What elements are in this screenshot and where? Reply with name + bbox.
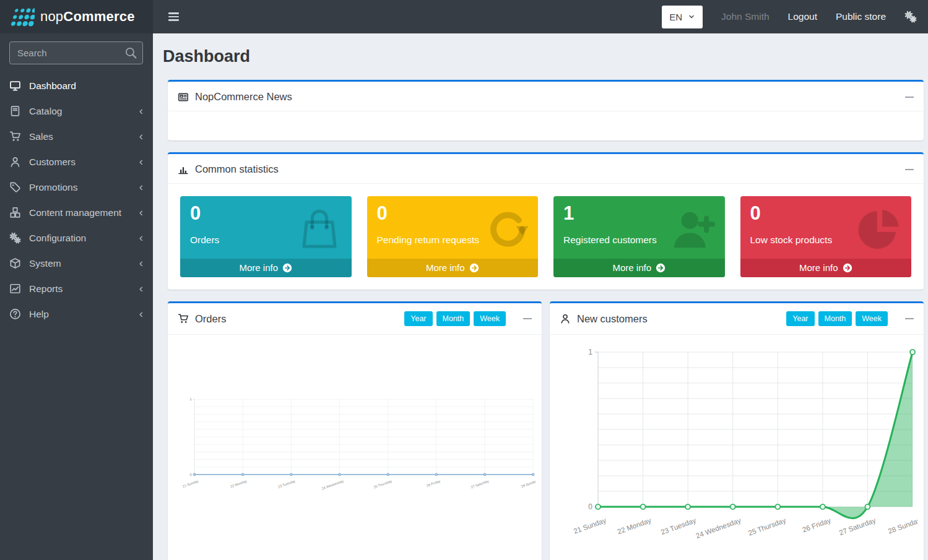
svg-text:0: 0 [189,473,192,476]
language-select[interactable]: EN [662,6,703,28]
stat-cards-row: 0 Orders More info 0 Pending return requ… [168,184,924,290]
pie-chart-icon [856,206,903,253]
main-content: Dashboard NopCommerce News Common statis… [153,33,928,560]
new-customers-year-button[interactable]: Year [786,311,814,326]
user-icon [9,156,21,168]
logout-link[interactable]: Logout [788,11,817,22]
sidebar-item-label: Dashboard [29,80,76,92]
shopping-bag-icon [296,206,343,253]
charts-row: Orders YearMonthWeek 1021 Sunday22 Monda… [168,301,924,560]
sidebar-item-help[interactable]: Help ‹ [0,301,153,327]
sidebar-item-label: Reports [29,283,63,295]
sidebar-item-label: Configuration [29,233,86,244]
chevron-left-icon: ‹ [139,282,143,294]
orders-week-button[interactable]: Week [474,311,506,326]
sidebar-item-promotions[interactable]: Promotions ‹ [0,174,153,200]
brand-logo[interactable]: nopCommerce [0,0,153,33]
arrow-circle-right-icon [656,263,666,273]
svg-text:28 Sunday: 28 Sunday [887,517,917,535]
chevron-left-icon: ‹ [139,308,143,319]
chart-panel-title: Orders [195,313,226,325]
sidebar-item-label: Customers [29,157,76,168]
svg-text:21 Sunday: 21 Sunday [182,479,199,488]
user-icon [560,313,571,324]
orders-year-button[interactable]: Year [404,311,432,326]
svg-text:21 Sunday: 21 Sunday [573,517,607,535]
sidebar-item-reports[interactable]: Reports ‹ [0,276,153,301]
svg-text:1: 1 [588,348,592,356]
statistics-panel: Common statistics 0 Orders More info 0 P… [168,152,924,290]
desktop-icon [9,80,21,92]
svg-text:25 Thursday: 25 Thursday [747,517,787,537]
collapse-icon[interactable] [905,318,914,319]
gears-icon [9,232,21,244]
orders-month-button[interactable]: Month [436,311,471,326]
sidebar-item-catalog[interactable]: Catalog ‹ [0,98,153,124]
collapse-icon[interactable] [523,318,532,319]
sidebar-item-customers[interactable]: Customers ‹ [0,149,153,174]
sidebar-item-label: Help [29,309,49,320]
chevron-down-icon [688,13,695,20]
svg-text:23 Tuesday: 23 Tuesday [660,517,697,536]
chevron-left-icon: ‹ [139,155,143,167]
chevron-left-icon: ‹ [139,181,143,192]
chevron-left-icon: ‹ [139,257,143,269]
news-panel: NopCommerce News [168,80,924,140]
svg-text:26 Friday: 26 Friday [801,517,831,534]
sidebar-item-content-management[interactable]: Content management ‹ [0,200,153,225]
question-icon [9,308,21,320]
news-panel-body [168,111,924,140]
svg-text:22 Monday: 22 Monday [230,479,247,488]
more-info-link[interactable]: More info [553,259,725,277]
search-box [9,41,143,64]
chevron-left-icon: ‹ [139,130,143,142]
more-info-link[interactable]: More info [740,259,912,277]
more-info-link[interactable]: More info [180,259,352,277]
sidebar-toggle-button[interactable] [166,9,181,24]
sidebar-item-system[interactable]: System ‹ [0,251,153,276]
stat-card-orders: 0 Orders More info [180,196,352,277]
chevron-left-icon: ‹ [139,105,143,116]
sidebar-item-label: Content management [29,207,121,218]
more-info-link[interactable]: More info [367,259,539,277]
public-store-link[interactable]: Public store [836,11,886,22]
book-icon [9,105,21,117]
svg-text:25 Thursday: 25 Thursday [373,479,392,489]
collapse-icon[interactable] [905,169,914,170]
new-customers-week-button[interactable]: Week [856,311,888,326]
user-name: John Smith [721,11,770,22]
svg-text:27 Saturday: 27 Saturday [471,479,490,489]
sidebar-item-label: Sales [29,131,53,142]
svg-text:24 Wednesday: 24 Wednesday [321,479,344,490]
cube-icon [9,257,21,269]
svg-text:24 Wednesday: 24 Wednesday [695,517,742,540]
new-customers-month-button[interactable]: Month [818,311,852,326]
svg-text:27 Saturday: 27 Saturday [838,517,877,537]
cart-icon [178,313,189,324]
sidebar-item-configuration[interactable]: Configuration ‹ [0,225,153,251]
svg-text:1: 1 [189,397,191,401]
chevron-left-icon: ‹ [139,231,143,243]
svg-text:26 Friday: 26 Friday [426,479,441,488]
settings-gear-icon[interactable] [904,11,917,23]
svg-text:28 Sunday: 28 Sunday [521,479,536,488]
collapse-icon[interactable] [905,97,914,98]
newspaper-icon [178,92,189,103]
stat-card-low-stock-products: 0 Low stock products More info [740,196,912,277]
orders-chart: 1021 Sunday22 Monday23 Tuesday24 Wednesd… [174,337,536,551]
cart-icon [9,131,21,142]
search-icon [124,46,137,59]
language-value: EN [669,12,682,22]
chart-period-buttons: YearMonthWeek [786,311,888,326]
svg-text:23 Tuesday: 23 Tuesday [277,479,295,489]
bar-chart-icon [178,164,189,175]
chart-panel-title: New customers [577,313,648,325]
search-input[interactable] [9,41,143,64]
sidebar-item-label: System [29,258,61,269]
sidebar-item-dashboard[interactable]: Dashboard [0,73,153,98]
sidebar-item-sales[interactable]: Sales ‹ [0,124,153,149]
statistics-panel-title: Common statistics [195,163,279,175]
arrow-circle-right-icon [282,263,292,273]
sidebar-item-label: Catalog [29,106,62,117]
page-title: Dashboard [163,47,924,66]
